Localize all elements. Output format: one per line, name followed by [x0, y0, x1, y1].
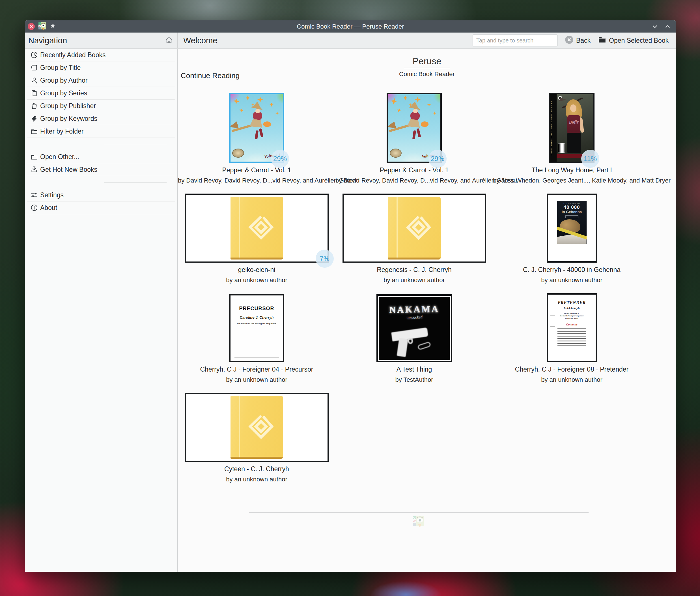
cover-title-text: PRETENDER [548, 300, 596, 305]
book-title: geiko-eien-ni [178, 266, 335, 274]
bag-icon [30, 102, 38, 110]
cancel-circle-icon [565, 35, 574, 46]
info-icon [30, 204, 38, 212]
sidebar-item-about[interactable]: About [27, 201, 175, 214]
cover-art: C.J.CHERRYH40 000in Gehenna [548, 195, 596, 261]
book-cell: NAKAMA:uncockedA Test Thingby TestAuthor [335, 292, 493, 383]
book-cell: JOSS WHEDON · GEORGES JEANTYBuffy11%The … [493, 93, 650, 184]
cover-author-text: C.J.Cherryh [548, 306, 596, 309]
cover-author-text: Caroline J. Cherryh [231, 315, 283, 320]
sidebar-list: Recently Added BooksGroup by TitleGroup … [25, 49, 177, 214]
footer-separator [249, 512, 589, 513]
book-title: Pepper & Carrot - Vol. 1 [335, 167, 493, 174]
folder-icon [30, 153, 38, 161]
sidebar-item-label: Filter by Folder [40, 128, 83, 135]
person-icon [30, 76, 38, 84]
book-cell: Volume 129%Pepper & Carrot - Vol. 1by Da… [178, 93, 335, 184]
pages-icon [30, 89, 38, 97]
home-icon[interactable] [164, 36, 173, 46]
cover-spine-text: JOSS WHEDON · GEORGES JEANTY [550, 94, 556, 162]
cover-title-text: 40 000 [557, 205, 587, 210]
book-cover-cherryh-c-j-foreigner-04-precursor[interactable]: PRECURSORCaroline J. Cherryhthe fourth i… [229, 294, 284, 362]
book-author: by an unknown author [178, 276, 335, 284]
book-cover-cherryh-c-j-foreigner-08-pretender[interactable]: PRETENDERC.J.Cherryhthe second book ofth… [547, 293, 597, 362]
book-cover-pepper-carrot-vol-1[interactable]: Volume 129% [387, 93, 442, 163]
book-cell: Volume 129%Pepper & Carrot - Vol. 1by Da… [335, 93, 493, 184]
sidebar-item-label: Group by Keywords [40, 115, 97, 123]
book-author: by Joss Whedon, Georges Jeant..., Katie … [493, 177, 650, 184]
sidebar-item-label: About [40, 204, 57, 212]
book-cell: 7%geiko-eien-niby an unknown author [178, 193, 335, 284]
book-cover-regenesis-c-j-cherryh[interactable] [342, 194, 486, 263]
book-author: by an unknown author [178, 376, 335, 383]
sidebar-item-settings[interactable]: Settings [27, 189, 175, 201]
book-author: by an unknown author [178, 476, 335, 483]
sidebar-item-label: Group by Series [40, 90, 87, 97]
book-title: Cherryh, C J - Foreigner 08 - Pretender [493, 366, 650, 373]
cover-art: NAKAMA:uncocked [379, 297, 450, 360]
book-title: A Test Thing [335, 366, 493, 373]
cover-toc-lines [558, 328, 586, 348]
peruse-e-logo-icon [239, 197, 283, 257]
epub-book-art [231, 396, 283, 459]
book-cell: Regenesis - C. J. Cherryhby an unknown a… [335, 193, 493, 284]
book-author: by an unknown author [493, 376, 650, 383]
folder-icon [30, 127, 38, 135]
cover-art: PRETENDERC.J.Cherryhthe second book ofth… [548, 295, 596, 361]
app-heading: Peruse Comic Book Reader [178, 56, 676, 78]
peruse-window: Comic Book Reader — Peruse Reader Naviga… [25, 20, 676, 572]
window-title: Comic Book Reader — Peruse Reader [25, 20, 676, 32]
progress-badge: 29% [429, 150, 447, 168]
app-subtitle: Comic Book Reader [178, 71, 676, 78]
book-cover-pepper-carrot-vol-1[interactable]: Volume 129% [229, 93, 284, 163]
main-area: Peruse Comic Book Reader Continue Readin… [178, 49, 676, 572]
sidebar-item-label: Settings [40, 191, 63, 199]
peruse-e-logo-icon [396, 197, 441, 257]
book-author: by David Revoy, David Revoy, D...vid Rev… [335, 177, 493, 184]
sidebar-item-recently-added-books[interactable]: Recently Added Books [27, 49, 175, 61]
tags-icon [30, 115, 38, 123]
sidebar-item-label: Open Other... [40, 153, 79, 161]
book-cover-the-long-way-home-part-i[interactable]: JOSS WHEDON · GEORGES JEANTYBuffy11% [549, 93, 595, 163]
clock-icon [30, 51, 38, 59]
sliders-icon [30, 191, 38, 199]
sidebar-item-get-hot-new-books[interactable]: Get Hot New Books [27, 163, 175, 176]
epub-book-art [388, 197, 441, 259]
cover-title-text: NAKAMA [379, 304, 450, 315]
book-cover-c-j-cherryh-40000-in-gehenna[interactable]: C.J.CHERRYH40 000in Gehenna [547, 194, 597, 263]
book-cover-a-test-thing[interactable]: NAKAMA:uncocked [377, 294, 452, 362]
cover-subtitle-text: the fourth in the Foreigner sequence [231, 322, 283, 325]
sidebar-item-group-by-author[interactable]: Group by Author [27, 74, 175, 87]
book-cover-geiko-eien-ni[interactable]: 7% [185, 194, 329, 263]
sidebar-item-label: Get Hot New Books [40, 166, 97, 173]
cover-author-text: C.J.CHERRYH [557, 203, 587, 205]
shade-down-icon[interactable] [651, 23, 659, 30]
app-title: Peruse [404, 56, 450, 68]
header-strip: Navigation Welcome Back [25, 32, 676, 49]
sidebar-item-group-by-series[interactable]: Group by Series [27, 87, 175, 100]
sidebar-item-group-by-title[interactable]: Group by Title [27, 61, 175, 74]
section-title: Continue Reading [181, 71, 239, 80]
cover-contents-text: Contents [548, 323, 596, 326]
cover-art [186, 195, 328, 262]
cover-title-text: PRECURSOR [231, 306, 283, 312]
book-cell: PRETENDERC.J.Cherryhthe second book ofth… [493, 292, 650, 383]
back-button[interactable]: Back [565, 35, 591, 46]
book-author: by an unknown author [493, 276, 650, 284]
back-button-label: Back [576, 37, 591, 45]
book-author: by an unknown author [335, 276, 493, 284]
book-grid: Volume 129%Pepper & Carrot - Vol. 1by Da… [178, 93, 650, 492]
sidebar-item-group-by-publisher[interactable]: Group by Publisher [27, 100, 175, 113]
shade-up-icon[interactable] [664, 23, 671, 30]
sidebar-item-group-by-keywords[interactable]: Group by Keywords [27, 113, 175, 125]
sidebar-item-open-other[interactable]: Open Other... [27, 151, 175, 163]
sidebar-item-label: Group by Title [40, 64, 81, 72]
sidebar-item-filter-by-folder[interactable]: Filter by Folder [27, 125, 175, 138]
cover-art [186, 394, 328, 461]
toolbar: Welcome Back Open Selected Book [178, 32, 676, 48]
open-selected-book-button[interactable]: Open Selected Book [598, 35, 669, 46]
sidebar-item-label: Group by Author [40, 77, 88, 84]
book-cover-cyteen-c-j-cherryh[interactable] [185, 393, 329, 462]
search-input[interactable] [473, 34, 558, 46]
titlebar[interactable]: Comic Book Reader — Peruse Reader [25, 20, 676, 32]
